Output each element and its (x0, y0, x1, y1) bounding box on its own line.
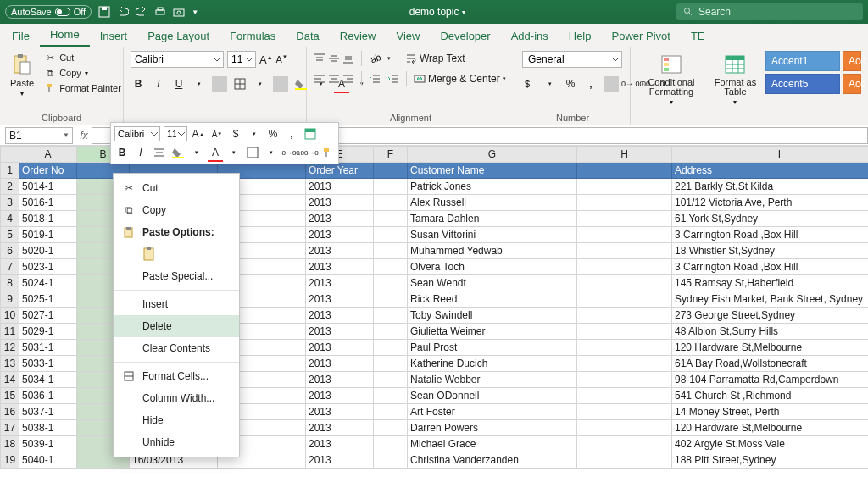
ctx-delete[interactable]: Delete (114, 315, 239, 337)
cell-A16[interactable]: 5037-1 (19, 404, 77, 420)
cell-I9[interactable]: Sydney Fish Market, Bank Street, Sydney (672, 291, 869, 308)
ctx-copy[interactable]: ⧉Copy (114, 199, 239, 221)
mini-inc-decimal-icon[interactable]: .0→00 (282, 145, 298, 160)
ctx-paste-special[interactable]: Paste Special... (114, 265, 239, 287)
cell-G3[interactable]: Alex Russell (408, 195, 577, 211)
align-middle-icon[interactable] (328, 53, 340, 64)
cell-F16[interactable] (374, 404, 408, 420)
mini-dec-decimal-icon[interactable]: .00→0 (301, 145, 316, 160)
tab-home[interactable]: Home (40, 23, 90, 47)
cell-G2[interactable]: Patrick Jones (408, 179, 577, 195)
cell-E1[interactable]: Order Year (306, 163, 374, 179)
cell-E12[interactable]: 2013 (306, 340, 374, 356)
cell-E17[interactable]: 2013 (306, 420, 374, 436)
cell-A11[interactable]: 5029-1 (19, 324, 77, 340)
cell-F10[interactable] (374, 308, 408, 324)
ctx-paste-default[interactable] (114, 243, 239, 265)
row-header-2[interactable]: 2 (1, 179, 19, 195)
row-header-10[interactable]: 10 (1, 308, 19, 324)
column-header-I[interactable]: I (672, 147, 869, 163)
row-header-12[interactable]: 12 (1, 340, 19, 356)
cell-E2[interactable]: 2013 (306, 179, 374, 195)
cell-H4[interactable] (577, 211, 672, 227)
style-accent2[interactable]: Acc (843, 51, 861, 71)
merge-center-button[interactable]: Merge & Center ▾ (414, 73, 506, 85)
cell-H6[interactable] (577, 243, 672, 259)
cell-H16[interactable] (577, 404, 672, 420)
mini-decrease-font-icon[interactable]: A▼ (209, 126, 225, 141)
cell-I8[interactable]: 145 Ramsay St,Haberfield (672, 275, 869, 291)
cell-G13[interactable]: Katherine Ducich (408, 356, 577, 372)
font-size-select[interactable] (227, 51, 256, 68)
cell-F12[interactable] (374, 340, 408, 356)
cell-E3[interactable]: 2013 (306, 195, 374, 211)
cell-A2[interactable]: 5014-1 (19, 179, 77, 195)
row-header-6[interactable]: 6 (1, 243, 19, 259)
conditional-formatting-button[interactable]: Conditional Formatting▾ (637, 51, 705, 108)
bold-button[interactable]: B (131, 76, 146, 92)
row-header-8[interactable]: 8 (1, 275, 19, 291)
row-header-13[interactable]: 13 (1, 356, 19, 372)
ctx-clear-contents[interactable]: Clear Contents (114, 337, 239, 359)
ctx-format-cells[interactable]: Format Cells... (114, 365, 239, 387)
mini-percent-icon[interactable]: % (265, 126, 281, 141)
cell-G18[interactable]: Michael Grace (408, 436, 577, 452)
cell-F17[interactable] (374, 420, 408, 436)
comma-format-button[interactable]: , (583, 76, 598, 92)
cell-G17[interactable]: Darren Powers (408, 420, 577, 436)
cell-H14[interactable] (577, 372, 672, 388)
row-header-11[interactable]: 11 (1, 324, 19, 340)
cell-E8[interactable]: 2013 (306, 275, 374, 291)
column-header-H[interactable]: H (577, 147, 672, 163)
cell-G5[interactable]: Susan Vittorini (408, 227, 577, 243)
cell-E15[interactable]: 2013 (306, 388, 374, 404)
cell-A18[interactable]: 5039-1 (19, 436, 77, 452)
cell-I3[interactable]: 101/12 Victoria Ave, Perth (672, 195, 869, 211)
row-header-16[interactable]: 16 (1, 404, 19, 420)
cell-H18[interactable] (577, 436, 672, 452)
row-header-14[interactable]: 14 (1, 372, 19, 388)
style-accent5[interactable]: Accent5 (765, 74, 840, 94)
undo-icon[interactable] (117, 6, 129, 18)
cell-F5[interactable] (374, 227, 408, 243)
cell-H3[interactable] (577, 195, 672, 211)
copy-button[interactable]: ⧉Copy ▾ (42, 66, 123, 80)
cell-I14[interactable]: 98-104 Parramatta Rd,Camperdown (672, 372, 869, 388)
tab-view[interactable]: View (386, 25, 430, 47)
tab-data[interactable]: Data (286, 25, 329, 47)
mini-bold-icon[interactable]: B (114, 145, 130, 160)
cell-H12[interactable] (577, 340, 672, 356)
cell-F9[interactable] (374, 291, 408, 308)
row-header-3[interactable]: 3 (1, 195, 19, 211)
cell-A5[interactable]: 5019-1 (19, 227, 77, 243)
cell-A17[interactable]: 5038-1 (19, 420, 77, 436)
cell-G16[interactable]: Art Foster (408, 404, 577, 420)
cell-F4[interactable] (374, 211, 408, 227)
cell-G7[interactable]: Olvera Toch (408, 259, 577, 275)
cell-G1[interactable]: Customer Name (408, 163, 577, 179)
cell-A10[interactable]: 5027-1 (19, 308, 77, 324)
cell-G12[interactable]: Paul Prost (408, 340, 577, 356)
cell-I12[interactable]: 120 Hardware St,Melbourne (672, 340, 869, 356)
cell-G14[interactable]: Natalie Webber (408, 372, 577, 388)
underline-button[interactable]: U (171, 76, 186, 92)
column-header-F[interactable]: F (374, 147, 408, 163)
print-icon[interactable] (154, 6, 166, 18)
column-header-G[interactable]: G (408, 147, 577, 163)
mini-table-icon[interactable] (303, 126, 318, 141)
cell-F13[interactable] (374, 356, 408, 372)
tab-insert[interactable]: Insert (90, 25, 138, 47)
ctx-column-width[interactable]: Column Width... (114, 387, 239, 409)
cell-E5[interactable]: 2013 (306, 227, 374, 243)
cell-G10[interactable]: Toby Swindell (408, 308, 577, 324)
cell-H11[interactable] (577, 324, 672, 340)
cell-A15[interactable]: 5036-1 (19, 388, 77, 404)
increase-indent-icon[interactable] (387, 73, 399, 85)
cell-H5[interactable] (577, 227, 672, 243)
search-box[interactable]: Search (676, 3, 863, 20)
align-left-icon[interactable] (314, 73, 326, 85)
ctx-insert[interactable]: Insert (114, 293, 239, 315)
style-accent6[interactable]: Acc (843, 74, 861, 94)
wrap-text-button[interactable]: Wrap Text (405, 53, 465, 64)
cell-I2[interactable]: 221 Barkly St,St Kilda (672, 179, 869, 195)
